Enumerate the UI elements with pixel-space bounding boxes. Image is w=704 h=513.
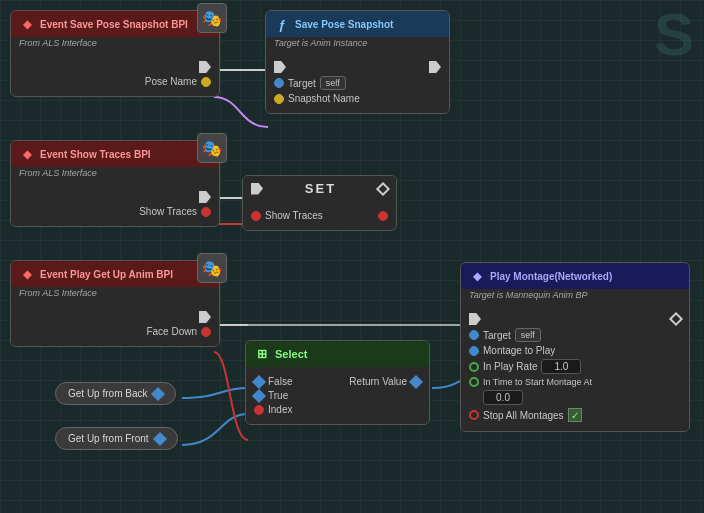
montage-exec-out — [669, 312, 683, 326]
watermark: S — [644, 0, 704, 70]
show-traces-label: Show Traces — [139, 206, 197, 217]
target-pin — [274, 78, 284, 88]
event-show-traces-node: 🎭 ◆ Event Show Traces BPI From ALS Inter… — [10, 140, 220, 227]
play-montage-header: ◆ Play Montage(Networked) — [461, 263, 689, 289]
select-false-label: False — [268, 376, 292, 387]
get-up-exec-out — [199, 311, 211, 323]
func-icon: ƒ — [274, 16, 290, 32]
set-traces-in-pin — [251, 211, 261, 221]
event-get-up-body: Face Down — [11, 302, 219, 346]
save-exec-out — [429, 61, 441, 73]
target-label: Target — [288, 78, 316, 89]
montage-exec-row — [469, 313, 681, 325]
event-get-up-header: ◆ Event Play Get Up Anim BPI — [11, 261, 219, 287]
montage-to-play-row: Montage to Play — [469, 345, 681, 356]
event-save-pose-body: Pose Name — [11, 52, 219, 96]
self-badge: self — [320, 76, 346, 90]
select-node: ⊞ Select False Return Value True Index — [245, 340, 430, 425]
set-node: SET Show Traces — [242, 175, 397, 231]
node-thumb-traces: 🎭 — [197, 133, 227, 163]
set-title: SET — [305, 181, 336, 196]
play-rate-pin — [469, 362, 479, 372]
event-get-up-title: Event Play Get Up Anim BPI — [40, 269, 173, 280]
select-true-label: True — [268, 390, 288, 401]
set-body: Show Traces — [243, 201, 396, 230]
event-save-pose-node: 🎭 ◆ Event Save Pose Snapshot BPI From AL… — [10, 10, 220, 97]
select-title: Select — [275, 348, 307, 360]
node-thumb-get-up: 🎭 — [197, 253, 227, 283]
select-true-row: True — [254, 390, 421, 401]
set-exec-in — [251, 183, 263, 195]
play-montage-node: ◆ Play Montage(Networked) Target is Mann… — [460, 262, 690, 432]
target-row: Target self — [274, 76, 441, 90]
select-true-pin — [252, 388, 266, 402]
event-traces-header: ◆ Event Show Traces BPI — [11, 141, 219, 167]
montage-to-play-label: Montage to Play — [483, 345, 555, 356]
in-time-label: In Time to Start Montage At — [483, 377, 592, 387]
pose-name-pin — [201, 77, 211, 87]
save-pose-title: Save Pose Snapshot — [295, 19, 393, 30]
stop-pin — [469, 410, 479, 420]
event-traces-subtitle: From ALS Interface — [11, 167, 219, 182]
snapshot-name-pin — [274, 94, 284, 104]
select-return-pin — [409, 374, 423, 388]
get-up-front-label: Get Up from Front — [68, 433, 149, 444]
get-up-back-pin — [151, 386, 165, 400]
event-traces-body: Show Traces — [11, 182, 219, 226]
face-down-label: Face Down — [146, 326, 197, 337]
play-montage-title: Play Montage(Networked) — [490, 271, 612, 282]
event-save-pose-subtitle: From ALS Interface — [11, 37, 219, 52]
in-time-input[interactable]: 0.0 — [483, 390, 523, 405]
montage-to-play-pin — [469, 346, 479, 356]
montage-target-row: Target self — [469, 328, 681, 342]
select-false-row: False Return Value — [254, 376, 421, 387]
get-up-exec-row — [19, 311, 211, 323]
event-play-get-up-node: 🎭 ◆ Event Play Get Up Anim BPI From ALS … — [10, 260, 220, 347]
face-down-row: Face Down — [19, 326, 211, 337]
event-traces-icon: ◆ — [19, 146, 35, 162]
set-header: SET — [243, 176, 396, 201]
in-time-row: In Time to Start Montage At — [469, 377, 681, 387]
select-return-label: Return Value — [349, 376, 407, 387]
snapshot-name-row: Snapshot Name — [274, 93, 441, 104]
montage-icon: ◆ — [469, 268, 485, 284]
save-exec-in — [274, 61, 286, 73]
set-traces-label: Show Traces — [265, 210, 323, 221]
select-header: ⊞ Select — [246, 341, 429, 367]
montage-exec-in — [469, 313, 481, 325]
event-save-pose-header: ◆ Event Save Pose Snapshot BPI — [11, 11, 219, 37]
show-traces-pin — [201, 207, 211, 217]
pose-name-row: Pose Name — [19, 76, 211, 87]
montage-target-label: Target — [483, 330, 511, 341]
set-show-traces-row: Show Traces — [251, 210, 388, 221]
show-traces-row: Show Traces — [19, 206, 211, 217]
save-pose-body: Target self Snapshot Name — [266, 52, 449, 113]
get-up-front-pin — [153, 431, 167, 445]
pose-name-label: Pose Name — [145, 76, 197, 87]
set-traces-out-pin — [378, 211, 388, 221]
stop-label: Stop All Montages — [483, 410, 564, 421]
exec-out-pin — [199, 61, 211, 73]
play-rate-row: In Play Rate 1.0 — [469, 359, 681, 374]
traces-exec-row — [19, 191, 211, 203]
select-body: False Return Value True Index — [246, 367, 429, 424]
traces-exec-out — [199, 191, 211, 203]
face-down-pin — [201, 327, 211, 337]
play-montage-body: Target self Montage to Play In Play Rate… — [461, 304, 689, 431]
event-get-up-icon: ◆ — [19, 266, 35, 282]
event-icon: ◆ — [19, 16, 35, 32]
get-up-back-label: Get Up from Back — [68, 388, 147, 399]
save-exec-row — [274, 61, 441, 73]
save-pose-subtitle: Target is Anim Instance — [266, 37, 449, 52]
in-time-pin — [469, 377, 479, 387]
get-up-front-button[interactable]: Get Up from Front — [55, 427, 178, 450]
get-up-back-button[interactable]: Get Up from Back — [55, 382, 176, 405]
stop-checkbox[interactable]: ✓ — [568, 408, 582, 422]
select-index-label: Index — [268, 404, 292, 415]
save-pose-header: ƒ Save Pose Snapshot — [266, 11, 449, 37]
select-icon: ⊞ — [254, 346, 270, 362]
exec-out-row — [19, 61, 211, 73]
play-rate-input[interactable]: 1.0 — [541, 359, 581, 374]
stop-montages-row: Stop All Montages ✓ — [469, 408, 681, 422]
select-false-pin — [252, 374, 266, 388]
